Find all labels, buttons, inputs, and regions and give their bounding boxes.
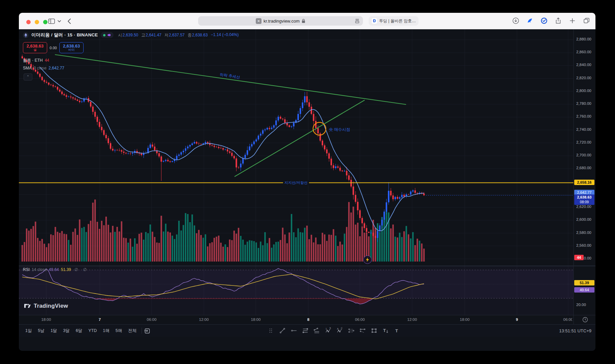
- downloads-icon[interactable]: [512, 17, 519, 24]
- rsi-legend[interactable]: RSI 14 close 49.64 51.39 ∅ ∅: [23, 267, 89, 272]
- ethereum-icon: [23, 32, 29, 38]
- time-axis-label: 06:00: [144, 317, 159, 322]
- buy-label: 바이: [68, 48, 75, 52]
- parallel-channel-icon[interactable]: [302, 327, 309, 334]
- rsi-name: RSI: [23, 267, 30, 272]
- go-to-date-icon[interactable]: [144, 328, 150, 334]
- trend-line-icon[interactable]: [279, 327, 286, 334]
- zoom-window-button[interactable]: [43, 20, 48, 24]
- sma-line[interactable]: [40, 67, 424, 231]
- text-tool-icon[interactable]: T: [394, 327, 400, 334]
- bottom-toolbar: 1일5날1달3달6달YTD1해5해전체 15ACTT 13:51:51 UTC+…: [19, 324, 595, 337]
- pattern-lines-icon[interactable]: [348, 327, 355, 334]
- anchored-text-icon[interactable]: T: [382, 327, 389, 334]
- elliott-impulse-wave-icon[interactable]: 15: [325, 327, 332, 334]
- svg-text:A: A: [337, 328, 339, 330]
- rectangle-icon[interactable]: [371, 327, 377, 334]
- share-icon[interactable]: [555, 17, 562, 24]
- rsi-hide-icons[interactable]: ∅ ∅: [74, 267, 89, 272]
- low-value: 2,637.57: [169, 33, 185, 37]
- trendline-ascending[interactable]: [235, 100, 365, 177]
- entry-circle[interactable]: [313, 122, 326, 135]
- range-button-전체[interactable]: 전체: [125, 327, 140, 335]
- rsi-main-value: 49.64: [49, 267, 59, 272]
- back-button-icon[interactable]: [67, 18, 72, 25]
- sma-name: SMA: [23, 66, 32, 70]
- high-label: 고: [141, 33, 145, 37]
- content-blocker-icon[interactable]: ✕: [256, 18, 262, 24]
- symbol-header[interactable]: 이더리움 / 달러 · 15 · BINANCE 시2,639.50 고2,64…: [23, 32, 239, 38]
- price-axis-label: 2,680.00: [576, 166, 591, 170]
- price-axis-label: 2,880.00: [576, 37, 591, 41]
- price-axis-label: 2,620.00: [576, 205, 591, 209]
- close-label: 종: [188, 33, 192, 37]
- tab-overview-icon[interactable]: [583, 17, 590, 24]
- window-controls: [26, 20, 48, 24]
- address-bar[interactable]: ✕ kr.tradingview.com: [198, 16, 363, 26]
- price-axis-label: 2,820.00: [576, 76, 591, 80]
- lock-icon: [302, 19, 305, 23]
- flat-channel-icon[interactable]: [313, 327, 320, 334]
- time-axis-label: 18:00: [248, 317, 263, 322]
- ohlc-row: 시2,639.50 고2,641.47 저2,637.57 종2,638.63 …: [118, 32, 239, 38]
- minimize-window-button[interactable]: [35, 20, 39, 24]
- spread-value: 0.00: [47, 46, 59, 50]
- range-button-1달[interactable]: 1달: [48, 327, 60, 335]
- sell-button[interactable]: 2,638.63 셀: [23, 42, 47, 53]
- time-axis-label: 18:00: [457, 317, 472, 322]
- market-open-dot: [103, 34, 105, 36]
- drag-handle-icon[interactable]: [268, 327, 274, 334]
- close-window-button[interactable]: [26, 20, 31, 24]
- new-tab-icon[interactable]: [569, 17, 576, 24]
- trendline-downtrend[interactable]: [55, 55, 406, 104]
- range-selector: 1일5날1달3달6달YTD1해5해전체: [22, 325, 150, 337]
- clock-display[interactable]: 13:51:51 UTC+9: [559, 325, 591, 337]
- svg-text:C: C: [341, 327, 343, 329]
- rsi-params: 14 close: [32, 267, 47, 272]
- tradingview-logo[interactable]: TradingView: [24, 302, 68, 310]
- price-axis-label: 2,600.00: [576, 217, 591, 221]
- collapse-panel-button[interactable]: ⌃: [24, 73, 32, 81]
- horizontal-ray-icon[interactable]: [290, 327, 297, 334]
- chevron-down-icon[interactable]: [57, 18, 62, 25]
- time-axis-label: 9: [510, 317, 524, 322]
- time-axis-label: 06:00: [352, 317, 367, 322]
- forecast-icon[interactable]: [359, 327, 366, 334]
- range-button-5해[interactable]: 5해: [113, 327, 125, 335]
- range-button-1해[interactable]: 1해: [100, 327, 112, 335]
- time-axis-label: 7: [92, 317, 107, 322]
- lightning-button[interactable]: [363, 255, 372, 264]
- alert-pill[interactable]: [101, 32, 114, 38]
- range-button-6달[interactable]: 6달: [73, 327, 85, 335]
- range-button-3달[interactable]: 3달: [60, 327, 72, 335]
- rsi-axis-label: 20.00: [576, 303, 586, 307]
- sma-params: 9 close: [34, 66, 47, 70]
- buy-button[interactable]: 2,638.63 바이: [59, 42, 84, 53]
- range-button-YTD[interactable]: YTD: [85, 327, 100, 334]
- timezone-clock-icon[interactable]: [582, 317, 588, 323]
- extension-bird-icon[interactable]: [526, 17, 533, 24]
- extension-check-icon[interactable]: [541, 17, 548, 24]
- resistance-price-badge: 2,658.16: [574, 180, 594, 185]
- megaphone-icon: [107, 33, 111, 37]
- divider: [142, 328, 142, 334]
- time-axis-label: 8: [301, 317, 316, 322]
- last-price: 2,638.63: [574, 195, 594, 200]
- sma-legend[interactable]: SMA 9 close 2,642.77: [23, 66, 64, 70]
- change-value: −1.14 (−0.04%): [211, 32, 239, 38]
- price-axis-label: 2,860.00: [576, 50, 591, 54]
- elliott-correction-wave-icon[interactable]: AC: [336, 327, 343, 334]
- close-value: 2,638.63: [192, 33, 208, 37]
- support-annotation[interactable]: 지지선/저항선: [283, 180, 309, 185]
- symbol-title[interactable]: 이더리움 / 달러 · 15 · BINANCE: [31, 32, 98, 38]
- browser-tab[interactable]: Ð 투딩 | 올바른 암호…: [369, 16, 419, 26]
- range-button-5날[interactable]: 5날: [35, 327, 47, 335]
- sidebar-icon[interactable]: [48, 18, 55, 25]
- reader-view-icon[interactable]: [355, 18, 360, 24]
- last-price-badge: 2,638.6308:09: [574, 194, 594, 205]
- volume-legend[interactable]: 볼륨 · ETH 44: [23, 58, 49, 63]
- price-axis-label: 2,700.00: [576, 153, 591, 157]
- range-button-1일[interactable]: 1일: [22, 327, 35, 335]
- tradingview-mark-icon: [24, 302, 31, 310]
- short-entry-annotation[interactable]: 숏 매수시점: [329, 127, 350, 132]
